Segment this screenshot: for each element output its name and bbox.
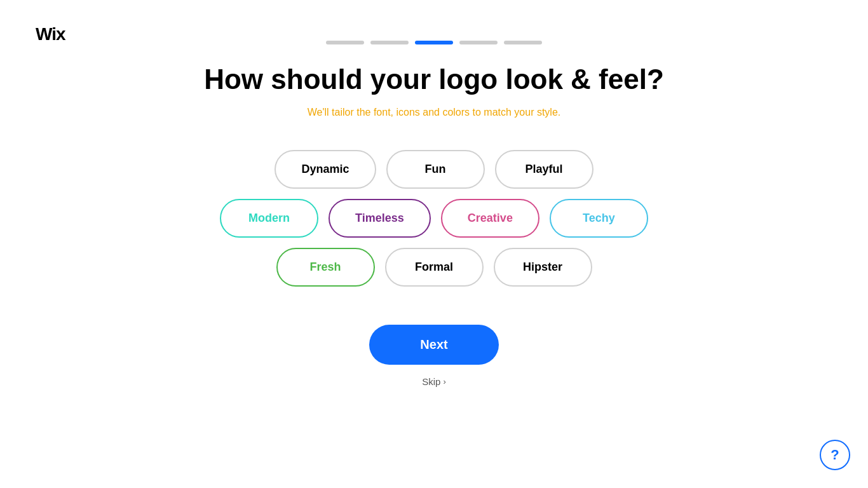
progress-segment-2 [370, 41, 409, 44]
skip-chevron: › [443, 377, 445, 386]
skip-link[interactable]: Skip › [422, 376, 446, 387]
progress-segment-5 [504, 41, 542, 44]
progress-bar [326, 41, 542, 44]
style-btn-fun[interactable]: Fun [386, 150, 485, 189]
style-btn-techy[interactable]: Techy [550, 199, 648, 238]
style-btn-dynamic[interactable]: Dynamic [275, 150, 376, 189]
next-button[interactable]: Next [369, 325, 498, 365]
skip-label: Skip [422, 376, 440, 387]
style-btn-formal[interactable]: Formal [385, 248, 484, 287]
style-btn-timeless[interactable]: Timeless [329, 199, 431, 238]
style-btn-fresh[interactable]: Fresh [276, 248, 375, 287]
style-btn-modern[interactable]: Modern [220, 199, 318, 238]
style-btn-creative[interactable]: Creative [441, 199, 539, 238]
page-subtitle: We'll tailor the font, icons and colors … [308, 107, 561, 118]
page-title: How should your logo look & feel? [204, 64, 664, 95]
buttons-area: Next Skip › [369, 325, 498, 387]
style-btn-hipster[interactable]: Hipster [494, 248, 592, 287]
style-btn-playful[interactable]: Playful [495, 150, 593, 189]
help-button[interactable]: ? [820, 440, 850, 470]
progress-segment-4 [459, 41, 498, 44]
style-row-3: Fresh Formal Hipster [276, 248, 592, 287]
main-content: How should your logo look & feel? We'll … [0, 0, 868, 387]
progress-segment-1 [326, 41, 364, 44]
progress-segment-3 [415, 41, 453, 44]
wix-logo: Wix [36, 24, 65, 44]
style-row-2: Modern Timeless Creative Techy [220, 199, 648, 238]
style-row-1: Dynamic Fun Playful [275, 150, 593, 189]
style-options: Dynamic Fun Playful Modern Timeless Crea… [220, 150, 648, 287]
